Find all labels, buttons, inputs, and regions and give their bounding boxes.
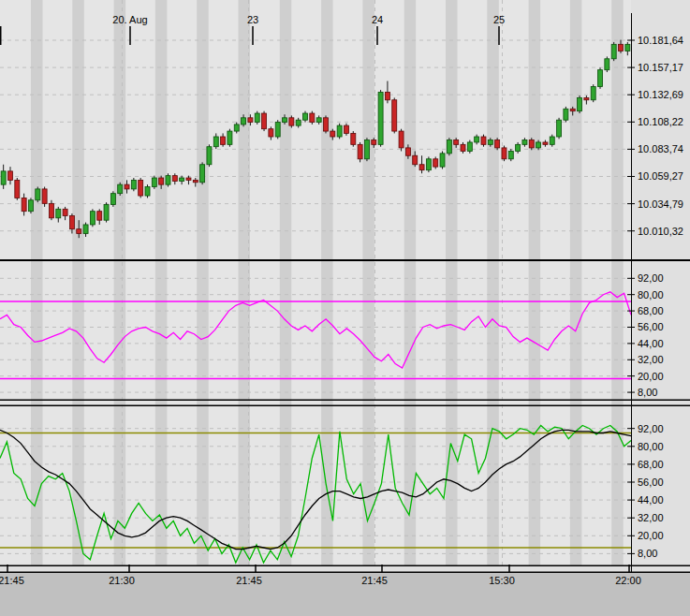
oscillator-upper-panel[interactable]	[0, 260, 631, 400]
y-axis-label: 8,00	[638, 548, 657, 559]
y-axis-label: 32,00	[638, 512, 664, 523]
time-label: 21:45	[0, 575, 24, 586]
y-axis-label: 56,00	[638, 477, 664, 488]
y-axis-label: 44,00	[638, 338, 664, 349]
y-axis-label: 68,00	[638, 459, 664, 470]
y-axis-label: 10.059,27	[638, 170, 683, 182]
y-axis-label: 56,00	[638, 321, 664, 332]
time-label: 21:30	[109, 575, 135, 586]
y-axis-label: 20,00	[638, 530, 664, 541]
y-axis-label: 8,00	[638, 387, 657, 398]
time-label: 15:30	[489, 575, 515, 586]
chart-window: © 2004 Finx 10.181,6410.157,1710.132,691…	[0, 0, 690, 616]
y-axis-label: 80,00	[638, 441, 664, 452]
time-label: 21:45	[236, 575, 262, 586]
time-label: 22:00	[615, 575, 641, 586]
y-axis-label: 10.181,64	[638, 35, 683, 46]
y-axis-label: 68,00	[638, 305, 664, 316]
y-axis-label: 92,00	[638, 423, 664, 434]
y-axis-label: 10.132,69	[638, 89, 683, 100]
y-axis-label: 10.108,22	[638, 116, 683, 127]
y-axis-label: 10.010,32	[638, 226, 683, 237]
y-axis-label: 10.034,79	[638, 198, 683, 210]
price-panel[interactable]	[0, 0, 631, 260]
oscillator-lower-panel[interactable]	[0, 405, 631, 565]
y-axis-label: 10.083,74	[638, 143, 683, 154]
y-axis-label: 32,00	[638, 354, 664, 365]
y-axis-label: 20,00	[638, 371, 664, 382]
y-axis-label: 10.157,17	[638, 62, 683, 73]
y-axis-label: 44,00	[638, 494, 664, 506]
status-footer: © 2004 Finx	[0, 572, 690, 616]
time-label: 21:45	[361, 575, 388, 586]
y-axis-label: 92,00	[638, 272, 664, 284]
y-axis-label: 80,00	[638, 289, 664, 301]
